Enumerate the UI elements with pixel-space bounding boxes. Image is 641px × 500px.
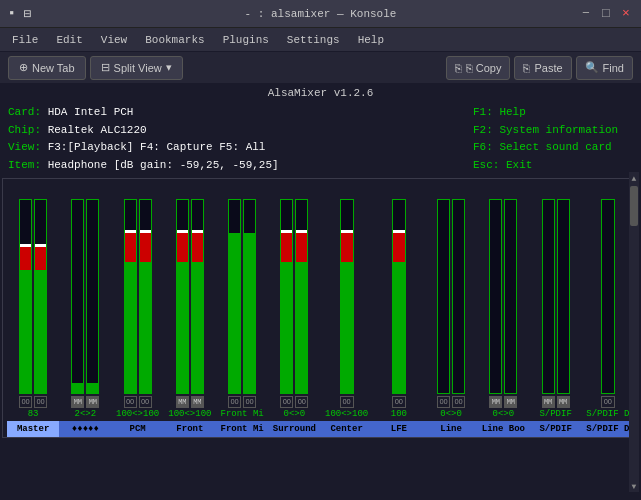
fader-track-2-0[interactable] bbox=[124, 199, 137, 394]
menu-help[interactable]: Help bbox=[350, 32, 392, 48]
channel-name-8[interactable]: Line bbox=[425, 421, 477, 437]
channel-name-2[interactable]: PCM bbox=[112, 421, 164, 437]
channel-name-5[interactable]: Surround bbox=[268, 421, 320, 437]
fader-track-10-0[interactable] bbox=[542, 199, 555, 394]
menu-file[interactable]: File bbox=[4, 32, 46, 48]
mute-box-3-0[interactable]: MM bbox=[176, 396, 189, 408]
paste-button[interactable]: ⎘ Paste bbox=[514, 56, 571, 80]
mute-box-7-0[interactable]: OO bbox=[392, 396, 406, 408]
channel-name-3[interactable]: Front bbox=[164, 421, 216, 437]
mute-box-4-1[interactable]: OO bbox=[243, 396, 256, 408]
window-title: - : alsamixer — Konsole bbox=[245, 8, 397, 20]
channel-name-6[interactable]: Center bbox=[321, 421, 373, 437]
fader-track-11-0[interactable] bbox=[601, 199, 615, 394]
mute-box-5-0[interactable]: OO bbox=[280, 396, 293, 408]
fader-track-1-1[interactable] bbox=[86, 199, 99, 394]
mute-box-3-1[interactable]: MM bbox=[191, 396, 204, 408]
fader-track-2-1[interactable] bbox=[139, 199, 152, 394]
fader-pair-5 bbox=[268, 183, 320, 394]
scroll-thumb[interactable] bbox=[630, 186, 638, 226]
menu-plugins[interactable]: Plugins bbox=[215, 32, 277, 48]
mute-box-9-0[interactable]: MM bbox=[489, 396, 502, 408]
mute-box-4-0[interactable]: OO bbox=[228, 396, 241, 408]
mute-box-8-0[interactable]: OO bbox=[437, 396, 450, 408]
mute-box-1-0[interactable]: MM bbox=[71, 396, 84, 408]
menu-view[interactable]: View bbox=[93, 32, 135, 48]
channel-name-10[interactable]: S/PDIF bbox=[530, 421, 582, 437]
channel-master[interactable]: OOOO83Master bbox=[7, 183, 59, 437]
menu-settings[interactable]: Settings bbox=[279, 32, 348, 48]
channel-name-4[interactable]: Front Mi bbox=[216, 421, 268, 437]
mute-box-2-0[interactable]: OO bbox=[124, 396, 137, 408]
new-tab-button[interactable]: ⊕ New Tab bbox=[8, 56, 86, 80]
fader-track-0-0[interactable] bbox=[19, 199, 32, 394]
find-button[interactable]: 🔍 Find bbox=[576, 56, 633, 80]
mixer-channels: OOOO83MasterMMMM2<>2♦♦♦♦♦OOOO100<>100PCM… bbox=[2, 178, 639, 438]
channel-spdif[interactable]: MMMMS/PDIFS/PDIF bbox=[530, 183, 582, 437]
fader-track-1-0[interactable] bbox=[71, 199, 84, 394]
fader-track-9-1[interactable] bbox=[504, 199, 517, 394]
fader-track-0-1[interactable] bbox=[34, 199, 47, 394]
fader-track-6-0[interactable] bbox=[340, 199, 354, 394]
channel-pcm[interactable]: OOOO100<>100PCM bbox=[112, 183, 164, 437]
channel-lfe[interactable]: OO100LFE bbox=[373, 183, 425, 437]
maximize-button[interactable]: □ bbox=[599, 7, 613, 21]
fader-track-9-0[interactable] bbox=[489, 199, 502, 394]
menu-bookmarks[interactable]: Bookmarks bbox=[137, 32, 212, 48]
info-left: Card: HDA Intel PCH Chip: Realtek ALC122… bbox=[8, 104, 279, 174]
fader-handle bbox=[177, 230, 188, 233]
mute-box-9-1[interactable]: MM bbox=[504, 396, 517, 408]
mute-row-5: OOOO bbox=[280, 396, 308, 408]
tab-bar: ⊕ New Tab ⊟ Split View ▾ ⎘ ⎘ Copy ⎘ Past… bbox=[0, 52, 641, 84]
mute-box-10-1[interactable]: MM bbox=[557, 396, 570, 408]
scrollbar[interactable]: ▲ ▼ bbox=[629, 172, 639, 492]
fader-track-3-0[interactable] bbox=[176, 199, 189, 394]
mute-box-2-1[interactable]: OO bbox=[139, 396, 152, 408]
item-label: Item: bbox=[8, 159, 41, 171]
channel-line[interactable]: OOOO0<>0Line bbox=[425, 183, 477, 437]
fader-fill-red bbox=[341, 233, 353, 262]
fader-track-3-1[interactable] bbox=[191, 199, 204, 394]
mute-box-11-0[interactable]: OO bbox=[601, 396, 615, 408]
mute-box-6-0[interactable]: OO bbox=[340, 396, 354, 408]
fader-track-10-1[interactable] bbox=[557, 199, 570, 394]
close-button[interactable]: × bbox=[619, 7, 633, 21]
channel-frontmi[interactable]: OOOOFront MiFront Mi bbox=[216, 183, 268, 437]
fader-pair-0 bbox=[7, 183, 59, 394]
mute-box-5-1[interactable]: OO bbox=[295, 396, 308, 408]
mute-box-1-1[interactable]: MM bbox=[86, 396, 99, 408]
copy-button[interactable]: ⎘ ⎘ Copy bbox=[446, 56, 511, 80]
help-esc: Esc: Exit bbox=[473, 157, 633, 175]
channel-spdifd[interactable]: OOS/PDIF DS/PDIF D bbox=[582, 183, 634, 437]
channel-surround[interactable]: OOOO0<>0Surround bbox=[268, 183, 320, 437]
item-info: Item: Headphone [dB gain: -59,25, -59,25… bbox=[8, 157, 279, 175]
fader-track-5-0[interactable] bbox=[280, 199, 293, 394]
title-bar-controls: − □ × bbox=[579, 7, 633, 21]
mute-box-0-0[interactable]: OO bbox=[19, 396, 32, 408]
channel-name-9[interactable]: Line Boo bbox=[477, 421, 529, 437]
mute-box-10-0[interactable]: MM bbox=[542, 396, 555, 408]
fader-track-4-0[interactable] bbox=[228, 199, 241, 394]
mute-box-8-1[interactable]: OO bbox=[452, 396, 465, 408]
channel-name-11[interactable]: S/PDIF D bbox=[582, 421, 634, 437]
scroll-up-arrow[interactable]: ▲ bbox=[629, 174, 639, 184]
channel-name-0[interactable]: Master bbox=[7, 421, 59, 437]
channel-front[interactable]: MMMM100<>100Front bbox=[164, 183, 216, 437]
split-view-button[interactable]: ⊟ Split View ▾ bbox=[90, 56, 183, 80]
channel-lineboo[interactable]: MMMM0<>0Line Boo bbox=[477, 183, 529, 437]
channel-[interactable]: MMMM2<>2♦♦♦♦♦ bbox=[59, 183, 111, 437]
channel-center[interactable]: OO100<>100Center bbox=[321, 183, 373, 437]
chip-value: Realtek ALC1220 bbox=[48, 124, 147, 136]
fader-track-7-0[interactable] bbox=[392, 199, 406, 394]
channel-name-7[interactable]: LFE bbox=[373, 421, 425, 437]
menu-edit[interactable]: Edit bbox=[48, 32, 90, 48]
fader-track-5-1[interactable] bbox=[295, 199, 308, 394]
channel-name-1[interactable]: ♦♦♦♦♦ bbox=[59, 421, 111, 437]
fader-track-8-1[interactable] bbox=[452, 199, 465, 394]
fader-track-8-0[interactable] bbox=[437, 199, 450, 394]
minimize-button[interactable]: − bbox=[579, 7, 593, 21]
fader-track-4-1[interactable] bbox=[243, 199, 256, 394]
scroll-down-arrow[interactable]: ▼ bbox=[629, 482, 639, 492]
fader-fill-red bbox=[393, 233, 405, 262]
mute-box-0-1[interactable]: OO bbox=[34, 396, 47, 408]
